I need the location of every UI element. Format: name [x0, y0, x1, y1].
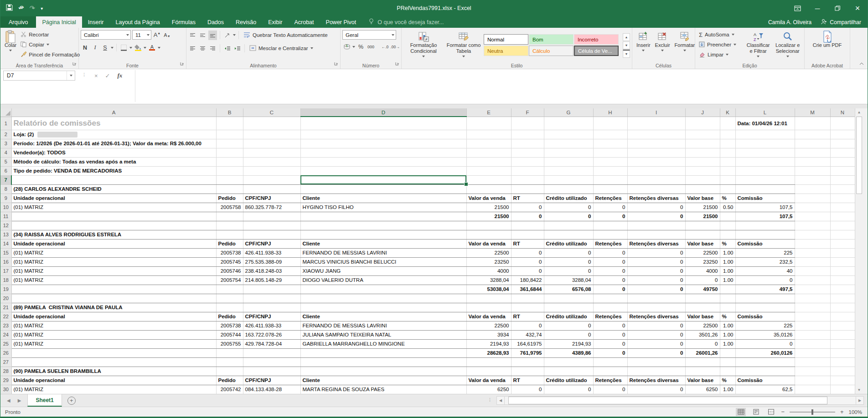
cell-A29[interactable]: Unidade operacional [11, 376, 216, 385]
sort-filter-button[interactable]: AZ Classificar e Filtrar [744, 29, 773, 62]
cell-N2[interactable] [830, 130, 855, 139]
cell-A16[interactable]: (01) MATRIZ [11, 257, 216, 266]
cell-H12[interactable] [593, 221, 627, 230]
cell-D20[interactable] [300, 294, 466, 303]
font-dialog-launcher[interactable] [180, 59, 185, 67]
cell-L3[interactable] [735, 139, 795, 148]
cell-H30[interactable]: 0 [593, 385, 627, 394]
cell-A8[interactable]: (28) CARLOS ALEXANDRE SCHEID [11, 184, 216, 194]
cell-A2[interactable]: Loja: (2) [11, 130, 216, 139]
cell-B4[interactable] [216, 148, 243, 157]
cell-E14[interactable]: Valor da venda [466, 239, 511, 248]
cut-button[interactable]: Recortar [19, 30, 82, 40]
cell-E7[interactable] [466, 175, 511, 184]
cell-G7[interactable] [544, 175, 593, 184]
cell-G25[interactable]: 2194,93 [544, 339, 593, 348]
cell-M13[interactable] [795, 230, 830, 239]
cell-style-neutra[interactable]: Neutra [484, 46, 528, 56]
column-header-L[interactable]: L [735, 108, 795, 117]
cell-G13[interactable] [544, 230, 593, 239]
cell-C16[interactable]: 275.535.388-09 [243, 257, 300, 266]
cell-B5[interactable] [216, 157, 243, 166]
cell-E23[interactable]: 22500 [466, 321, 511, 330]
cell-B29[interactable]: Pedido [216, 376, 243, 385]
cell-D10[interactable]: HYGINO TISO FILHO [300, 203, 466, 212]
cell-K26[interactable] [720, 348, 735, 357]
cell-A24[interactable]: (01) MATRIZ [11, 330, 216, 339]
cell-D15[interactable]: FERNANDO DE MESSIAS LAVRINI [300, 248, 466, 257]
cell-G9[interactable]: Crédito utilizado [544, 194, 593, 203]
cell-L5[interactable] [735, 157, 795, 166]
cell-I26[interactable]: 0 [627, 348, 685, 357]
cell-I30[interactable]: 0 [627, 385, 685, 394]
cell-C2[interactable] [243, 130, 300, 139]
cell-H28[interactable] [593, 367, 627, 376]
column-header-N[interactable]: N [830, 108, 855, 117]
cell-B30[interactable]: 2005742 [216, 385, 243, 394]
cell-H13[interactable] [593, 230, 627, 239]
increase-font-icon[interactable]: A▲ [153, 30, 161, 40]
cell-M21[interactable] [795, 303, 830, 312]
cell-D30[interactable]: MARTA REGINA DE SOUZA PAES [300, 385, 466, 394]
cell-F7[interactable] [511, 175, 544, 184]
cell-E28[interactable] [466, 367, 511, 376]
cell-M6[interactable] [795, 166, 830, 175]
cell-L11[interactable]: 107,5 [735, 212, 795, 221]
cell-N3[interactable] [830, 139, 855, 148]
cell-C10[interactable]: 860.325.778-72 [243, 203, 300, 212]
cell-N20[interactable] [830, 294, 855, 303]
cell-C18[interactable]: 214.805.148-29 [243, 275, 300, 285]
cell-M28[interactable] [795, 367, 830, 376]
sheet-nav-right-icon[interactable]: ▶ [18, 398, 21, 403]
restore-button[interactable] [827, 0, 847, 16]
cell-J29[interactable]: Valor base [685, 376, 720, 385]
cell-J3[interactable] [685, 139, 720, 148]
cell-K14[interactable]: % [720, 239, 735, 248]
underline-button[interactable]: S [101, 43, 109, 52]
cell-D17[interactable]: XIAOWU JIANG [300, 266, 466, 275]
row-header-6[interactable]: 6 [0, 166, 11, 175]
cell-D29[interactable]: Cliente [300, 376, 466, 385]
cell-K30[interactable]: 1.00 [720, 385, 735, 394]
horizontal-scrollbar[interactable]: ◀ ▶ [496, 396, 864, 405]
cell-I4[interactable] [627, 148, 685, 157]
cell-C1[interactable] [243, 117, 300, 130]
cell-I8[interactable] [627, 184, 685, 194]
cell-D9[interactable]: Cliente [300, 194, 466, 203]
cell-N21[interactable] [830, 303, 855, 312]
cell-K11[interactable] [720, 212, 735, 221]
cell-G3[interactable] [544, 139, 593, 148]
cell-M11[interactable] [795, 212, 830, 221]
cell-G15[interactable]: 0 [544, 248, 593, 257]
cell-G1[interactable] [544, 117, 593, 130]
cell-H25[interactable]: 0 [593, 339, 627, 348]
cell-C17[interactable]: 238.418.248-03 [243, 266, 300, 275]
cell-L21[interactable] [735, 303, 795, 312]
accounting-caret[interactable] [352, 46, 355, 49]
underline-caret[interactable] [111, 47, 114, 50]
cell-C19[interactable] [243, 285, 300, 294]
cell-style-incorreto[interactable]: Incorreto [574, 34, 619, 45]
row-header-14[interactable]: 14 [0, 239, 11, 248]
cell-J7[interactable] [685, 175, 720, 184]
row-header-11[interactable]: 11 [0, 212, 11, 221]
cell-H24[interactable]: 0 [593, 330, 627, 339]
cell-L26[interactable]: 260,0126 [735, 348, 795, 357]
cell-D28[interactable] [300, 367, 466, 376]
cell-M25[interactable] [795, 339, 830, 348]
cell-L17[interactable]: 40 [735, 266, 795, 275]
cell-C26[interactable] [243, 348, 300, 357]
cell-J14[interactable]: Valor base [685, 239, 720, 248]
cell-A12[interactable] [11, 221, 216, 230]
cell-H29[interactable]: Retenções [593, 376, 627, 385]
cell-D16[interactable]: MARCUS VINICIUS BIANCHI BELUCCI [300, 257, 466, 266]
delete-cells-button[interactable]: Excluir [653, 29, 672, 62]
tab-formulas[interactable]: Fórmulas [166, 16, 202, 28]
row-header-17[interactable]: 17 [0, 266, 11, 275]
row-header-5[interactable]: 5 [0, 157, 11, 166]
fill-button[interactable]: Preencher [697, 40, 744, 50]
zoom-slider[interactable] [790, 412, 835, 413]
cell-N23[interactable] [830, 321, 855, 330]
cell-K1[interactable] [720, 117, 735, 130]
cell-F25[interactable]: 164,61975 [511, 339, 544, 348]
